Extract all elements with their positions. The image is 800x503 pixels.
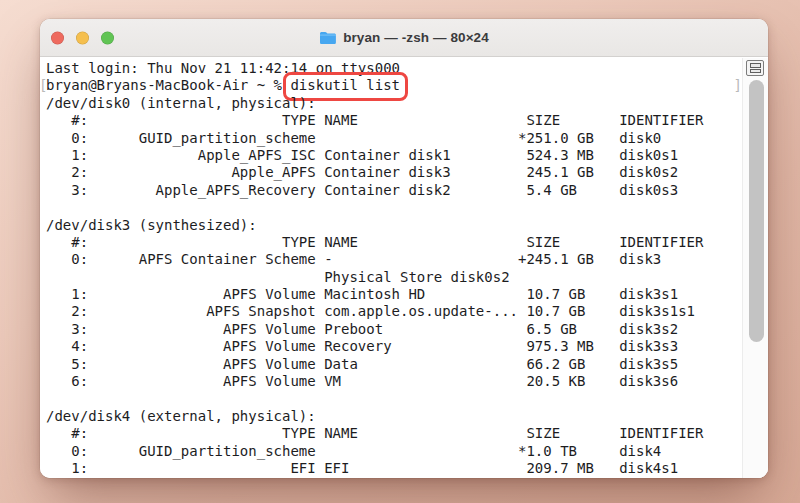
terminal-line xyxy=(46,199,740,216)
terminal-line: #: TYPE NAME SIZE IDENTIFIER xyxy=(46,234,740,251)
zoom-button[interactable] xyxy=(101,31,114,44)
terminal-line: #: TYPE NAME SIZE IDENTIFIER xyxy=(46,425,740,442)
window-titlebar[interactable]: bryan — -zsh — 80×24 xyxy=(40,19,768,57)
close-button[interactable] xyxy=(51,31,64,44)
terminal-line: /dev/disk4 (external, physical): xyxy=(46,408,740,425)
terminal-line: 2: Apple_APFS Container disk3 245.1 GB d… xyxy=(46,164,740,181)
scrollbar-track[interactable] xyxy=(742,58,768,478)
terminal-line: Physical Store disk0s2 xyxy=(46,269,740,286)
window-title-group: bryan — -zsh — 80×24 xyxy=(319,30,489,45)
folder-icon xyxy=(319,31,337,45)
window-title: bryan — -zsh — 80×24 xyxy=(343,30,489,45)
terminal-line: 1: EFI EFI 209.7 MB disk4s1 xyxy=(46,460,740,477)
terminal-content[interactable]: Last login: Thu Nov 21 11:42:14 on ttys0… xyxy=(40,58,768,478)
prompt-text: bryan@Bryans-MacBook-Air ~ % xyxy=(46,77,290,93)
terminal-line: /dev/disk3 (synthesized): xyxy=(46,217,740,234)
prompt-line: [bryan@Bryans-MacBook-Air ~ % diskutil l… xyxy=(46,77,740,94)
terminal-text-area: Last login: Thu Nov 21 11:42:14 on ttys0… xyxy=(46,60,740,477)
terminal-line: 0: APFS Container Scheme - +245.1 GB dis… xyxy=(46,251,740,268)
window-controls xyxy=(51,31,114,44)
shell-mark-open-bracket: [ xyxy=(40,77,47,94)
terminal-line: /dev/disk0 (internal, physical): xyxy=(46,95,740,112)
terminal-line: 1: Apple_APFS_ISC Container disk1 524.3 … xyxy=(46,147,740,164)
terminal-line: #: TYPE NAME SIZE IDENTIFIER xyxy=(46,112,740,129)
split-pane-icon xyxy=(750,69,761,74)
terminal-line: 0: GUID_partition_scheme *1.0 TB disk4 xyxy=(46,443,740,460)
terminal-line: 3: APFS Volume Preboot 6.5 GB disk3s2 xyxy=(46,321,740,338)
terminal-line: 4: APFS Volume Recovery 975.3 MB disk3s3 xyxy=(46,338,740,355)
terminal-window: bryan — -zsh — 80×24 Last login: Thu Nov… xyxy=(40,19,768,478)
terminal-login-line: Last login: Thu Nov 21 11:42:14 on ttys0… xyxy=(46,60,740,77)
terminal-line xyxy=(46,390,740,407)
terminal-line: 5: APFS Volume Data 66.2 GB disk3s5 xyxy=(46,356,740,373)
terminal-line: 1: APFS Volume Macintosh HD 10.7 GB disk… xyxy=(46,286,740,303)
terminal-line: 3: Apple_APFS_Recovery Container disk2 5… xyxy=(46,182,740,199)
command-text-highlighted: diskutil list xyxy=(290,77,400,94)
terminal-line: 2: APFS Snapshot com.apple.os.update-...… xyxy=(46,303,740,320)
split-pane-icon xyxy=(750,63,761,68)
scrollbar-thumb[interactable] xyxy=(749,80,764,342)
shell-mark-close-bracket: ] xyxy=(734,77,742,94)
terminal-line: 0: GUID_partition_scheme *251.0 GB disk0 xyxy=(46,130,740,147)
split-pane-button[interactable] xyxy=(746,60,764,76)
minimize-button[interactable] xyxy=(76,31,89,44)
terminal-line: 6: APFS Volume VM 20.5 KB disk3s6 xyxy=(46,373,740,390)
